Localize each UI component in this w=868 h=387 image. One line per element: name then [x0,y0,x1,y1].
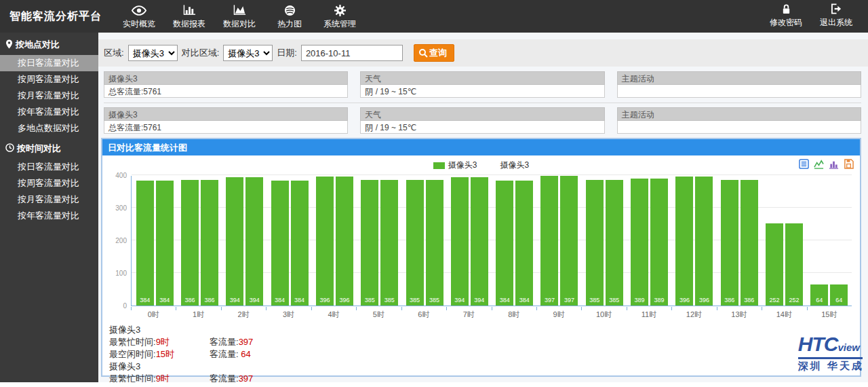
summary-camera-name: 摄像头3 [109,324,860,336]
sidebar-item-time-year[interactable]: 按年客流量对比 [0,208,98,224]
y-axis-tick-label: 300 [104,204,127,212]
nav-item-heatmap[interactable]: 热力图 [264,0,315,33]
heatmap-icon [284,3,296,17]
info-box-value: 总客流量:5761 [104,121,348,134]
nav-item-realtime-overview[interactable]: 实时概览 [114,0,164,33]
nav-item-change-password[interactable]: 修改密码 [761,2,811,31]
compare-region-select[interactable]: 摄像头3 [223,45,273,61]
bar-chart-icon [183,3,196,17]
nav-item-system-manage[interactable]: 系统管理 [315,0,365,33]
info-box-value [617,121,861,134]
chart-legend: 摄像头3摄像头3 [102,160,860,171]
nav-item-label: 实时概览 [123,18,155,30]
x-axis-tick-label: 2时 [221,308,266,318]
x-axis-tick-label: 4时 [311,308,356,318]
bar-type-icon[interactable] [828,158,840,170]
bar-value-label: 396 [333,297,356,303]
bar: 396 [316,177,334,306]
x-axis-tick-label: 14时 [762,308,806,318]
nav-item-logout[interactable]: 退出系统 [811,2,861,31]
bar-group: 394394 [222,177,267,306]
info-box-title: 天气 [360,71,604,85]
search-button[interactable]: 查询 [414,44,454,62]
bar: 394 [245,177,263,306]
chart-top-row: 摄像头3摄像头3 [102,155,860,173]
bar: 394 [226,177,243,306]
bar-value-label: 386 [738,297,761,303]
logout-icon [831,2,842,16]
info-box-title: 天气 [360,107,604,121]
top-navigation-bar: 智能客流分析平台 实时概览数据报表数据对比热力图系统管理 修改密码退出系统 [0,0,868,33]
save-image-icon[interactable] [843,158,854,170]
bar: 394 [451,177,469,306]
x-axis-tick-label: 3时 [266,308,311,318]
nav-item-data-compare[interactable]: 数据对比 [214,0,264,33]
bar-value-label: 386 [198,297,221,303]
bar-value-label: 397 [557,297,580,303]
bar: 385 [426,180,443,306]
bar: 384 [156,181,174,306]
nav-item-label: 热力图 [277,18,302,30]
date-label: 日期: [277,47,297,59]
bar-group: 386386 [717,180,762,306]
nav-item-data-report[interactable]: 数据报表 [164,0,214,33]
info-box: 摄像头3总客流量:5761 [104,71,348,98]
sidebar-item-place-year[interactable]: 按年客流量对比 [0,104,98,120]
x-axis-tick-label: 7时 [446,308,491,318]
bar-value-label: 396 [692,297,715,303]
y-axis-tick-label: 400 [104,172,127,179]
info-box: 天气阴 / 19 ~ 15℃ [360,107,604,134]
info-box-value: 总客流量:5761 [104,85,348,98]
top-nav-right-items: 修改密码退出系统 [761,2,868,31]
bar: 386 [741,180,758,306]
nav-item-label: 修改密码 [770,17,802,29]
bar-group: 252252 [762,223,806,306]
info-box-value [617,85,861,98]
y-axis-tick-label: 100 [104,270,127,277]
legend-item[interactable]: 摄像头3 [433,160,477,171]
bar: 385 [406,180,424,306]
chart-grid: 3843843863863943943843843963963853853853… [131,176,852,306]
sidebar-item-place-week[interactable]: 按周客流量对比 [0,71,98,88]
bar-value-label: 384 [288,297,311,303]
x-axis-tick-label: 6时 [401,308,446,318]
top-nav-items: 实时概览数据报表数据对比热力图系统管理 [114,0,365,33]
sidebar-item-time-week[interactable]: 按周客流量对比 [0,175,98,191]
sidebar-item-time-month[interactable]: 按月客流量对比 [0,191,98,208]
bar: 384 [496,181,513,306]
sidebar-item-place-multi[interactable]: 多地点数据对比 [0,120,98,136]
line-type-icon[interactable] [813,158,825,170]
search-icon [418,48,428,58]
data-view-icon[interactable] [798,158,810,170]
bar: 386 [181,180,199,306]
clock-icon [5,143,14,154]
bar-group: 396396 [312,177,357,306]
sidebar-item-time-day[interactable]: 按日客流量对比 [0,159,98,175]
sidebar-item-place-day[interactable]: 按日客流量对比 [0,55,98,71]
bar-group: 385385 [357,180,402,306]
region-label: 区域: [104,47,124,59]
nav-item-label: 数据报表 [173,18,205,30]
sidebar-item-place-month[interactable]: 按月客流量对比 [0,88,98,104]
nav-item-label: 退出系统 [820,17,852,29]
date-input[interactable] [301,45,403,61]
bar: 396 [336,177,353,306]
lock-icon [781,2,791,16]
bar-value-label: 394 [468,297,491,303]
info-box-title: 摄像头3 [104,107,348,121]
bar: 394 [471,177,488,306]
region-select[interactable]: 摄像头3 [128,45,178,61]
bar: 384 [291,181,309,306]
bottom-strip [0,382,868,387]
info-row: 摄像头3总客流量:5761天气阴 / 19 ~ 15℃主题活动 [104,71,861,98]
legend-item[interactable]: 摄像头3 [500,160,530,171]
filter-bar: 区域: 摄像头3 对比区域: 摄像头3 日期: 查询 [98,39,868,67]
x-axis-tick-label: 10时 [581,308,626,318]
y-axis-tick-label: 0 [104,302,127,310]
htcview-logo: HTCview 深圳 华天成 [798,335,864,373]
bar: 397 [540,176,558,306]
info-box: 天气阴 / 19 ~ 15℃ [360,71,604,98]
bar: 396 [675,177,693,306]
bar-value-label: 384 [513,297,536,303]
bar-group: 385385 [582,180,627,306]
